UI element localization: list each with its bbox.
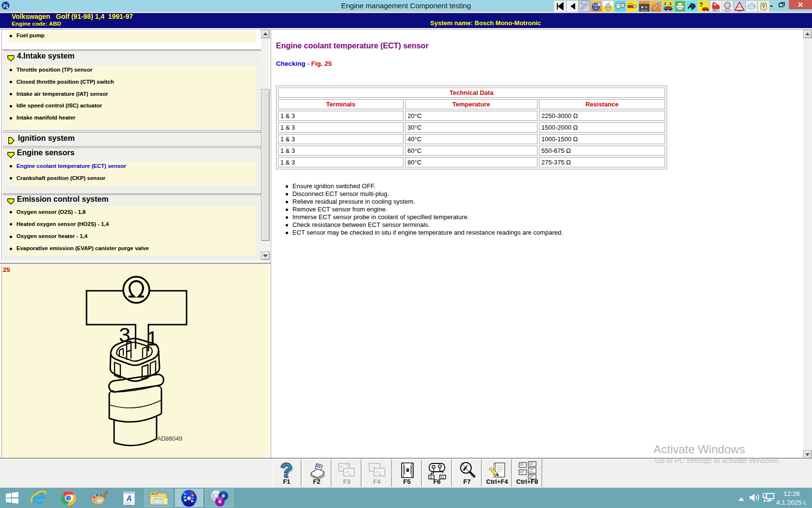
svg-text:3: 3	[669, 2, 671, 5]
svg-text:SRS: SRS	[713, 10, 717, 12]
svg-text:?: ?	[280, 461, 292, 480]
svg-text:2: 2	[664, 2, 666, 5]
svg-text:A: A	[126, 494, 132, 503]
svg-text:ABS: ABS	[738, 10, 742, 12]
svg-text:AD86049: AD86049	[157, 435, 182, 442]
svg-text:?: ?	[699, 1, 703, 8]
